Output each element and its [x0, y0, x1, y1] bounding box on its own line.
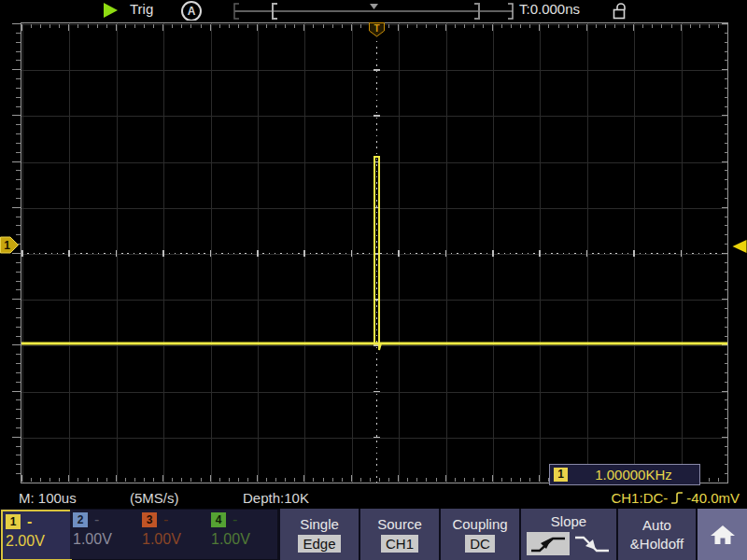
trigger-source-value: CH1	[381, 535, 418, 553]
freq-value: 1.00000KHz	[568, 467, 699, 483]
status-bar: M: 100us (5MS/s) Depth:10K CH1:DC- -40.0…	[0, 487, 747, 509]
bottom-menu: 1 - 2.00V 2 - 1.00V 3 - 1.00V 4 - 1.00V	[0, 509, 747, 560]
channel-4-box[interactable]: 4 - 1.00V	[208, 510, 277, 559]
ch4-coupling-dash: -	[233, 511, 237, 528]
rising-slope-icon	[529, 534, 568, 554]
trigger-coupling-value: DC	[465, 535, 495, 553]
trigger-position-marker[interactable]: T	[369, 22, 385, 37]
ch4-badge: 4	[211, 512, 226, 527]
ch1-pulse	[374, 157, 381, 350]
memory-bar-window-marker-icon	[370, 4, 378, 9]
sample-rate-readout: (5MS/s)	[130, 490, 179, 506]
svg-text:T: T	[374, 23, 379, 34]
holdoff-label: &Holdoff	[630, 536, 684, 552]
auto-holdoff-button[interactable]: Auto &Holdoff	[618, 509, 696, 560]
auto-trigger-mode-icon: A	[181, 1, 202, 21]
ch3-coupling-dash: -	[163, 511, 168, 528]
rising-slope-option[interactable]	[527, 532, 570, 555]
rising-edge-icon	[670, 490, 684, 506]
trigger-source-coupling: CH1:DC-	[611, 490, 668, 506]
ch1-badge: 1	[6, 514, 21, 529]
trigger-level-value: -40.0mV	[686, 490, 740, 506]
trig-label: Trig	[130, 1, 153, 17]
channel-1-box[interactable]: 1 - 2.00V	[1, 510, 72, 560]
horizontal-offset-readout: T:0.000ns	[519, 1, 580, 17]
memory-position-bar[interactable]	[229, 0, 520, 21]
trigger-coupling-button[interactable]: Coupling DC	[441, 509, 519, 560]
ch3-scale: 1.00V	[142, 531, 205, 548]
ch4-scale: 1.00V	[211, 531, 275, 548]
channel-3-box[interactable]: 3 - 1.00V	[139, 510, 208, 559]
ch2-scale: 1.00V	[73, 531, 136, 548]
trigger-type-value: Edge	[298, 535, 340, 553]
trigger-settings-readout: CH1:DC- -40.0mV	[611, 490, 740, 506]
freq-channel-badge: 1	[554, 468, 568, 482]
trigger-source-button[interactable]: Source CH1	[360, 509, 439, 560]
waveform-display: T 1 1 1.00000KHz	[0, 21, 747, 487]
ch2-coupling-dash: -	[94, 511, 99, 528]
svg-text:1: 1	[4, 239, 10, 252]
timebase-readout: M: 100us	[19, 490, 77, 506]
trigger-slope-button[interactable]: Slope	[521, 509, 616, 560]
channel-2-box[interactable]: 2 - 1.00V	[70, 510, 139, 559]
top-bar: Trig A T:0.000ns	[0, 0, 747, 21]
trigger-type-button[interactable]: Single Edge	[280, 509, 359, 560]
ch1-scale: 2.00V	[6, 533, 67, 550]
falling-slope-icon[interactable]	[572, 533, 612, 555]
home-icon	[710, 524, 736, 546]
oscilloscope-screen: Trig A T:0.000ns	[0, 0, 747, 560]
ch1-coupling-dash: -	[27, 513, 32, 530]
run-state-arrow-icon	[104, 3, 118, 18]
trigger-level-marker[interactable]	[732, 240, 747, 253]
memory-depth-readout: Depth:10K	[243, 490, 309, 506]
ch3-badge: 3	[142, 512, 157, 527]
frequency-meter: 1 1.00000KHz	[549, 464, 700, 485]
ch1-zero-level-marker[interactable]: 1	[0, 236, 20, 254]
ch1-trace	[21, 23, 727, 483]
home-button[interactable]	[698, 509, 747, 560]
ch2-badge: 2	[73, 512, 88, 527]
unlocked-padlock-icon	[611, 2, 631, 20]
